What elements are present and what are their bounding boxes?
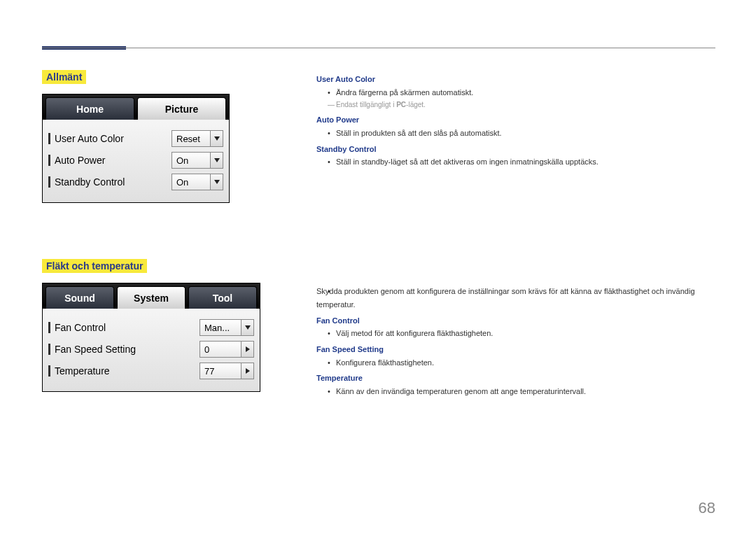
bullet-fan-speed: Konfigurera fläkthastigheten. (316, 356, 708, 370)
panel-allmant: Home Picture User Auto Color Reset Auto … (42, 94, 230, 203)
row-marker (48, 176, 50, 188)
tabbar-flakt: Sound System Tool (43, 283, 260, 309)
field-standby-control[interactable]: On (172, 174, 223, 190)
head-fan-speed: Fan Speed Setting (316, 343, 708, 356)
row-user-auto-color: User Auto Color Reset (48, 129, 223, 148)
dropdown-arrow-icon (210, 131, 223, 146)
note-prefix: Endast tillgängligt i (336, 101, 396, 108)
section-flakt: Fläkt och temperatur Sound System Tool F… (42, 259, 273, 392)
tab-home[interactable]: Home (46, 97, 134, 120)
row-standby-control: Standby Control On (48, 172, 223, 192)
head-user-auto-color: User Auto Color (316, 73, 708, 86)
tabbody-allmant: User Auto Color Reset Auto Power On (43, 120, 229, 202)
section-allmant: Allmänt Home Picture User Auto Color Res… (42, 70, 273, 203)
value-temperature: 77 (200, 366, 241, 377)
tab-tool[interactable]: Tool (188, 286, 257, 309)
note-bold: PC (396, 101, 406, 108)
section-title-allmant: Allmänt (42, 70, 86, 84)
row-marker (48, 322, 50, 333)
row-marker (48, 155, 50, 166)
right-column: User Auto Color Ändra färgerna på skärme… (316, 70, 708, 398)
value-auto-power: On (172, 155, 210, 166)
row-fan-speed: Fan Speed Setting 0 (48, 339, 254, 359)
head-standby-control: Standby Control (316, 143, 708, 156)
note-user-auto-color: Endast tillgängligt i PC-läget. (316, 99, 708, 111)
dropdown-arrow-icon (210, 153, 223, 168)
value-standby-control: On (172, 177, 210, 188)
dropdown-arrow-icon (241, 320, 253, 335)
head-auto-power: Auto Power (316, 113, 708, 127)
value-user-auto-color: Reset (172, 134, 210, 144)
fan-intro-text: Skydda produkten genom att konfigurera d… (316, 285, 708, 311)
bullet-user-auto-color: Ändra färgerna på skärmen automatiskt. (316, 86, 708, 99)
label-auto-power: Auto Power (55, 155, 172, 166)
row-auto-power: Auto Power On (48, 150, 223, 170)
stepper-arrow-icon (241, 342, 253, 357)
dropdown-arrow-icon (210, 174, 223, 190)
field-auto-power[interactable]: On (172, 152, 223, 169)
field-temperature[interactable]: 77 (200, 363, 254, 379)
label-fan-speed: Fan Speed Setting (55, 344, 200, 355)
bullet-auto-power: Ställ in produkten så att den slås på au… (316, 127, 708, 140)
tab-picture[interactable]: Picture (137, 97, 226, 120)
header-rule (42, 48, 715, 48)
tabbody-flakt: Fan Control Man... Fan Speed Setting 0 (43, 309, 260, 391)
tab-sound[interactable]: Sound (46, 286, 114, 309)
label-standby-control: Standby Control (55, 176, 172, 188)
head-temperature: Temperature (316, 372, 708, 385)
head-fan-control: Fan Control (316, 314, 708, 328)
bullet-fan-control: Välj metod för att konfigurera fläkthast… (316, 327, 708, 340)
left-column: Allmänt Home Picture User Auto Color Res… (42, 70, 273, 399)
row-marker (48, 133, 50, 144)
row-marker (48, 365, 50, 377)
row-temperature: Temperature 77 (48, 361, 254, 381)
page-number: 68 (699, 499, 715, 517)
row-fan-control: Fan Control Man... (48, 318, 254, 337)
field-user-auto-color[interactable]: Reset (172, 130, 223, 147)
bullet-temperature: Känn av den invändiga temperaturen genom… (316, 385, 708, 398)
tab-system[interactable]: System (117, 286, 186, 309)
label-fan-control: Fan Control (55, 322, 200, 333)
stepper-arrow-icon (241, 363, 253, 379)
section-title-flakt: Fläkt och temperatur (42, 259, 147, 273)
fan-intro-span: Skydda produkten genom att konfigurera d… (316, 287, 695, 309)
label-temperature: Temperature (55, 365, 200, 377)
bullet-standby-control: Ställ in standby-läget så att det aktive… (316, 155, 708, 169)
value-fan-speed: 0 (200, 344, 241, 355)
value-fan-control: Man... (200, 323, 241, 333)
label-user-auto-color: User Auto Color (55, 133, 172, 144)
note-suffix: -läget. (406, 101, 426, 108)
field-fan-speed[interactable]: 0 (200, 341, 254, 358)
panel-flakt: Sound System Tool Fan Control Man... Fan… (42, 283, 260, 392)
tabbar-allmant: Home Picture (43, 94, 229, 120)
field-fan-control[interactable]: Man... (200, 319, 254, 336)
row-marker (48, 344, 50, 355)
